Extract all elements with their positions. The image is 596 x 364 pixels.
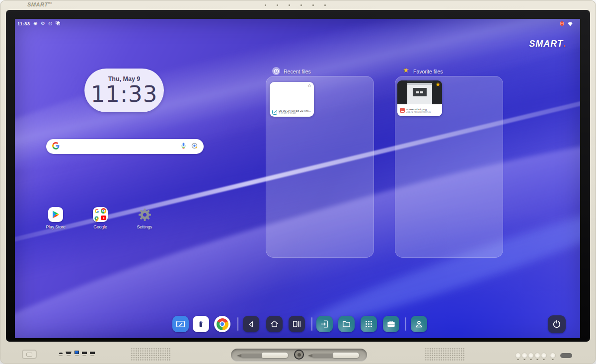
taskbar-account-button[interactable] — [411, 316, 427, 332]
id-sensor-panel — [22, 350, 37, 359]
bezel-series-label: MX — [48, 1, 52, 4]
taskbar-input-button[interactable] — [316, 316, 333, 332]
status-bar: 11:33 ◉ ⚙ ◎ — [15, 19, 580, 28]
taskbar-divider — [405, 317, 406, 331]
image-file-icon — [400, 108, 405, 113]
smart-board-display: SMARTMX 11:33 ◉ ⚙ ◎ — [0, 0, 596, 364]
gear-icon: ⚙ — [41, 21, 45, 26]
star-filled-icon[interactable]: ★ — [435, 81, 441, 87]
screenshot-icon — [56, 21, 60, 26]
recent-clock-icon — [272, 67, 280, 75]
mic-icon[interactable] — [180, 142, 187, 151]
recent-files-title: Recent files — [284, 69, 311, 74]
right-speaker-grille — [425, 348, 465, 361]
google-g-icon — [52, 142, 60, 151]
file-meta: 2.10 MB 9:58 AM — [279, 112, 311, 115]
control-button — [541, 353, 547, 359]
recent-file-card[interactable]: ☆ 05-09-24 09-58-23 AM... 2.10 MB 9:58 A… — [270, 82, 314, 117]
mic-hole — [265, 4, 266, 6]
app-folder-google[interactable]: G Google — [82, 207, 118, 229]
app-label: Settings — [137, 224, 152, 229]
taskbar-apps-button[interactable] — [361, 316, 377, 332]
star-outline-icon[interactable]: ☆ — [307, 83, 311, 88]
clock-widget[interactable]: Thu, May 9 11:33 — [84, 69, 164, 112]
favorite-file-card[interactable]: ★ screenshot.png 235.71 KB December 31 — [397, 80, 442, 116]
app-label: Google — [93, 224, 107, 229]
taskbar-recents-button[interactable] — [289, 316, 305, 332]
app-settings[interactable]: Settings — [127, 207, 162, 229]
taskbar-chrome-button[interactable] — [214, 316, 230, 332]
pen-tray — [231, 349, 367, 362]
status-light — [560, 353, 572, 358]
mic-hole — [312, 4, 314, 6]
file-thumbnail: ★ — [397, 80, 442, 104]
taskbar-smart-launcher-button[interactable] — [193, 316, 209, 332]
taskbar-divider — [237, 317, 238, 331]
app-play-store[interactable]: Play Store — [38, 207, 74, 229]
favorite-files-title: Favorite files — [413, 69, 443, 74]
search-input[interactable] — [64, 143, 176, 150]
mic-hole — [289, 4, 290, 6]
status-time: 11:33 — [17, 21, 30, 26]
taskbar-power-sync-button[interactable] — [548, 315, 566, 333]
taskbar-home-button[interactable] — [266, 316, 283, 332]
hdmi-port — [66, 352, 72, 356]
youtube-mini-icon — [101, 216, 106, 220]
front-ports — [59, 350, 95, 356]
android-home-screen: 11:33 ◉ ⚙ ◎ SMART. Thu, May 9 11:33 — [15, 19, 580, 338]
google-folder-icon: G — [93, 207, 108, 222]
cast-icon: ◎ — [48, 21, 52, 26]
stylus-pen-right — [308, 353, 359, 358]
record-icon: ◉ — [33, 21, 37, 26]
maps-mini-icon — [94, 215, 100, 221]
recording-indicator-icon — [560, 21, 564, 26]
usb-c-port — [59, 353, 63, 356]
control-button — [534, 353, 540, 359]
taskbar-toolbox-button[interactable] — [383, 316, 399, 332]
control-button — [528, 353, 534, 359]
chrome-icon — [217, 318, 228, 330]
google-search-bar[interactable] — [46, 139, 204, 154]
control-button — [515, 353, 521, 359]
usb-a-port — [82, 352, 87, 356]
power-button — [550, 353, 556, 359]
display-bezel: 11:33 ◉ ⚙ ◎ SMART. Thu, May 9 11:33 — [6, 10, 590, 342]
whiteboard-file-icon — [272, 110, 277, 115]
smart-wallpaper-logo: SMART. — [529, 39, 566, 49]
app-label: Play Store — [46, 224, 65, 229]
taskbar-files-button[interactable] — [338, 316, 355, 332]
mic-hole — [300, 4, 302, 6]
usb-a-port — [90, 352, 95, 356]
taskbar-whiteboard-button[interactable] — [172, 316, 189, 332]
wifi-icon — [567, 19, 573, 28]
google-g-mini-icon: G — [94, 208, 100, 214]
mic-hole — [324, 4, 326, 6]
play-store-icon — [48, 207, 63, 222]
lens-icon[interactable] — [191, 142, 198, 151]
settings-gear-icon — [137, 207, 152, 222]
tray-power-button — [294, 350, 304, 360]
front-control-buttons — [515, 353, 572, 359]
bezel-brand-logo: SMARTMX — [27, 1, 52, 7]
stylus-pen-left — [237, 353, 288, 358]
usb-b-port — [74, 351, 79, 356]
chrome-mini-icon — [101, 208, 106, 214]
file-meta: 235.71 KB December 31 — [406, 111, 431, 113]
control-button — [522, 353, 527, 359]
taskbar-divider — [311, 317, 312, 331]
clock-time: 11:33 — [91, 83, 158, 105]
mic-hole — [277, 4, 278, 6]
favorites-star-icon: ★ — [403, 67, 409, 73]
taskbar-back-button[interactable] — [243, 316, 259, 332]
left-speaker-grille — [131, 348, 171, 361]
